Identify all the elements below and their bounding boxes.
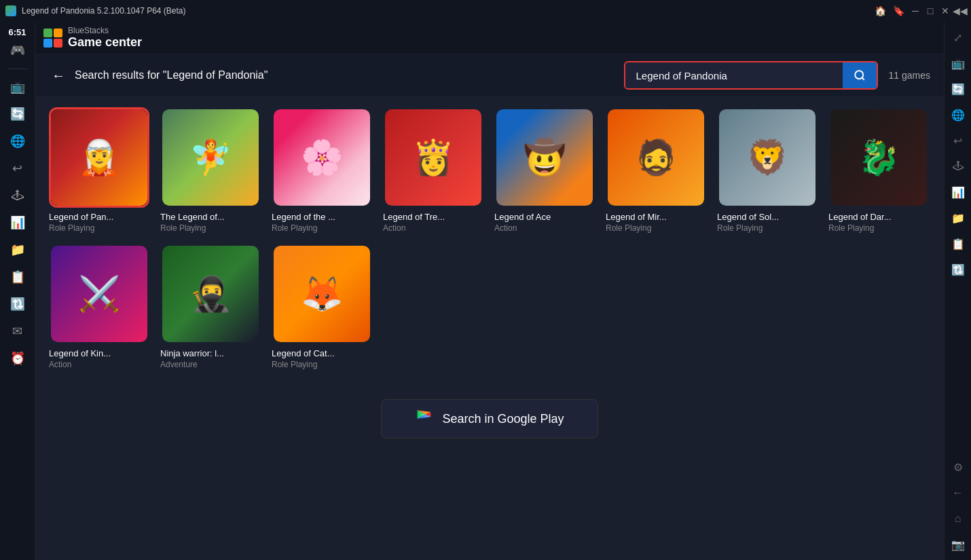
gamepad-icon: 🎮 <box>10 43 25 58</box>
sidebar-icon-refresh[interactable]: 🔄 <box>5 102 30 126</box>
sidebar-icon-tv[interactable]: 📺 <box>5 75 30 99</box>
close-button[interactable]: ✕ <box>940 5 951 16</box>
game-genre-8: Role Playing <box>828 223 929 233</box>
sidebar-icon-globe[interactable]: 🌐 <box>5 129 30 153</box>
right-sidebar: ⤢ 📺 🔄 🌐 ↩ 🕹 📊 📁 📋 🔃 ⚙ ← ⌂ 📷 <box>944 22 971 560</box>
game-thumb-inner-10: 🥷 <box>162 246 259 342</box>
home-icon[interactable]: 🏠 <box>875 5 886 16</box>
right-icon-settings[interactable]: ⚙ <box>948 457 968 477</box>
game-card-2[interactable]: 🧚The Legend of...Role Playing <box>160 107 261 233</box>
game-thumb-11: 🦊 <box>272 244 372 344</box>
right-icon-refresh[interactable]: 🔄 <box>948 79 968 99</box>
right-icon-back[interactable]: ← <box>948 483 968 503</box>
svg-point-0 <box>855 71 863 79</box>
sidebar-icon-copy[interactable]: 📋 <box>5 265 30 289</box>
game-thumb-inner-4: 👸 <box>385 109 481 206</box>
left-sidebar: 6:51 🎮 📺 🔄 🌐 ↩ 🕹 📊 📁 📋 🔃 ✉ ⏰ <box>0 22 35 560</box>
search-results-section: ← Search results for "Legend of Pandonia… <box>49 65 268 86</box>
game-card-10[interactable]: 🥷Ninja warrior: l...Adventure <box>160 244 261 369</box>
maximize-button[interactable]: □ <box>925 5 936 16</box>
sidebar-icon-refresh2[interactable]: ↩ <box>5 156 30 181</box>
right-icon-sync[interactable]: 🔃 <box>948 259 968 280</box>
game-card-4[interactable]: 👸Legend of Tre...Action <box>383 107 483 233</box>
brand-section: BlueStacks Game center <box>68 26 142 50</box>
game-thumb-5: 🤠 <box>494 107 595 208</box>
game-name-5: Legend of Ace <box>494 212 595 222</box>
bluestacks-logo <box>43 29 62 48</box>
right-icon-copy[interactable]: 📋 <box>948 234 968 254</box>
game-genre-7: Role Playing <box>717 223 818 233</box>
game-card-1[interactable]: 🧝Legend of Pan...Role Playing <box>49 107 149 233</box>
clock-display: 6:51 <box>8 27 26 37</box>
game-thumb-7: 🦁 <box>717 107 818 208</box>
logo-cell-blue <box>43 39 52 48</box>
game-thumb-1: 🧝 <box>49 107 149 208</box>
back-button[interactable]: ◀◀ <box>955 5 966 16</box>
game-thumb-inner-2: 🧚 <box>162 109 259 206</box>
section-title: Game center <box>68 35 142 50</box>
right-icon-joystick[interactable]: 🕹 <box>948 156 968 176</box>
game-name-7: Legend of Sol... <box>717 212 818 222</box>
title-bar: Legend of Pandonia 5.2.100.1047 P64 (Bet… <box>0 0 971 22</box>
game-card-3[interactable]: 🌸Legend of the ...Role Playing <box>272 107 372 233</box>
play-store-icon <box>415 409 434 428</box>
game-card-7[interactable]: 🦁Legend of Sol...Role Playing <box>717 107 818 233</box>
right-icon-camera[interactable]: 📷 <box>948 534 968 555</box>
search-button[interactable] <box>843 62 877 88</box>
right-icon-expand[interactable]: ⤢ <box>948 27 968 48</box>
game-name-6: Legend of Mir... <box>606 212 706 222</box>
game-card-11[interactable]: 🦊Legend of Cat...Role Playing <box>272 244 372 369</box>
game-name-1: Legend of Pan... <box>49 212 149 222</box>
games-count: 11 games <box>889 70 930 81</box>
game-thumb-inner-3: 🌸 <box>274 109 370 206</box>
game-name-9: Legend of Kin... <box>49 348 149 358</box>
game-thumb-inner-9: ⚔️ <box>51 246 147 342</box>
game-thumb-6: 🧔 <box>606 107 706 208</box>
game-genre-1: Role Playing <box>49 223 149 233</box>
game-card-6[interactable]: 🧔Legend of Mir...Role Playing <box>606 107 706 233</box>
main-content-area: BlueStacks Game center ← Search results … <box>35 22 944 560</box>
game-thumb-3: 🌸 <box>272 107 372 208</box>
game-card-5[interactable]: 🤠Legend of AceAction <box>494 107 595 233</box>
game-genre-5: Action <box>494 223 595 233</box>
game-card-8[interactable]: 🐉Legend of Dar...Role Playing <box>828 107 929 233</box>
bookmark-icon[interactable]: 🔖 <box>893 5 904 16</box>
google-play-search-button[interactable]: Search in Google Play <box>381 399 598 438</box>
game-genre-10: Adventure <box>160 360 261 369</box>
google-play-label: Search in Google Play <box>442 412 564 426</box>
search-box[interactable] <box>624 61 878 90</box>
game-thumb-4: 👸 <box>383 107 483 208</box>
game-name-8: Legend of Dar... <box>828 212 929 222</box>
logo-cell-green <box>43 29 52 37</box>
minimize-button[interactable]: ─ <box>910 5 921 16</box>
game-thumb-inner-1: 🧝 <box>51 109 147 206</box>
search-results-label: Search results for "Legend of Pandonia" <box>75 69 268 81</box>
game-thumb-10: 🥷 <box>160 244 261 344</box>
game-genre-4: Action <box>383 223 483 233</box>
sidebar-icon-sync[interactable]: 🔃 <box>5 292 30 316</box>
game-name-2: The Legend of... <box>160 212 261 222</box>
sidebar-icon-folder[interactable]: 📁 <box>5 238 30 262</box>
sidebar-icon-joystick[interactable]: 🕹 <box>5 183 30 208</box>
search-input[interactable] <box>625 63 843 88</box>
svg-line-1 <box>862 77 864 79</box>
title-bar-text: Legend of Pandonia 5.2.100.1047 P64 (Bet… <box>22 6 862 16</box>
right-icon-tv[interactable]: 📺 <box>948 53 968 73</box>
game-thumb-9: ⚔️ <box>49 244 149 344</box>
game-name-4: Legend of Tre... <box>383 212 483 222</box>
app-body: 6:51 🎮 📺 🔄 🌐 ↩ 🕹 📊 📁 📋 🔃 ✉ ⏰ BlueStacks … <box>0 22 971 560</box>
right-icon-globe[interactable]: 🌐 <box>948 105 968 125</box>
sidebar-icon-chart[interactable]: 📊 <box>5 210 30 235</box>
right-icon-chart[interactable]: 📊 <box>948 182 968 202</box>
sidebar-icon-clock[interactable]: ⏰ <box>5 346 30 371</box>
games-grid: 🧝Legend of Pan...Role Playing🧚The Legend… <box>49 107 930 369</box>
brand-name: BlueStacks <box>68 26 142 35</box>
game-card-9[interactable]: ⚔️Legend of Kin...Action <box>49 244 149 369</box>
right-icon-home[interactable]: ⌂ <box>948 508 968 529</box>
back-navigation-button[interactable]: ← <box>49 65 68 86</box>
right-icon-folder[interactable]: 📁 <box>948 208 968 228</box>
sidebar-icon-mail[interactable]: ✉ <box>5 319 30 343</box>
right-icon-refresh2[interactable]: ↩ <box>948 130 968 151</box>
game-thumb-inner-6: 🧔 <box>608 109 704 206</box>
top-bar: ← Search results for "Legend of Pandonia… <box>35 54 944 96</box>
